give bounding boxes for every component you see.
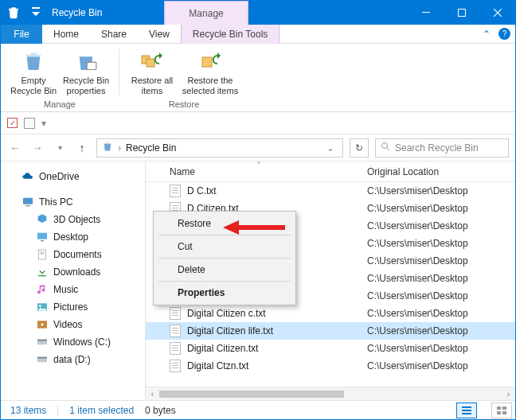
qat-dropdown-2[interactable]: ▾ bbox=[41, 118, 46, 129]
nav-item-3d-objects[interactable]: 3D Objects bbox=[6, 211, 140, 228]
nav-onedrive[interactable]: OneDrive bbox=[6, 168, 140, 185]
folder-icon bbox=[36, 353, 49, 366]
nav-this-pc[interactable]: This PC bbox=[6, 193, 140, 211]
breadcrumb-location[interactable]: Recycle Bin bbox=[126, 142, 176, 154]
file-row[interactable]: Digital Citizen life.txtC:\Users\miser\D… bbox=[146, 322, 515, 340]
file-original-location: C:\Users\miser\Desktop bbox=[367, 343, 515, 354]
svg-point-7 bbox=[382, 143, 388, 149]
restore-selected-label: Restore the selected items bbox=[178, 76, 242, 95]
column-name[interactable]: Name bbox=[170, 166, 367, 177]
file-name: D C.txt bbox=[187, 185, 367, 196]
back-button[interactable]: ← bbox=[7, 142, 23, 154]
select-all-checkbox[interactable]: ✓ bbox=[7, 118, 18, 128]
app-icon bbox=[1, 1, 26, 25]
ribbon-group-manage-label: Manage bbox=[44, 98, 76, 111]
nav-item-pictures[interactable]: Pictures bbox=[6, 298, 140, 316]
svg-rect-0 bbox=[32, 7, 40, 9]
folder-icon bbox=[36, 248, 49, 261]
restore-selected-items-button[interactable]: Restore the selected items bbox=[178, 47, 242, 98]
help-button[interactable]: ? bbox=[498, 28, 510, 40]
tab-view[interactable]: View bbox=[138, 25, 181, 44]
context-cut[interactable]: Cut bbox=[155, 237, 294, 256]
file-row[interactable]: Digital Citizen c.txtC:\Users\miser\Desk… bbox=[146, 305, 515, 322]
large-icons-view-button[interactable] bbox=[491, 402, 512, 418]
address-bar[interactable]: › Recycle Bin ⌄ bbox=[96, 138, 343, 158]
restore-all-label: Restore all items bbox=[126, 76, 178, 95]
navigation-bar: ← → ▾ ↑ › Recycle Bin ⌄ ↻ Search Recycle… bbox=[1, 134, 515, 161]
status-bar: 13 items 1 item selected 0 bytes bbox=[1, 400, 515, 419]
nav-item-documents[interactable]: Documents bbox=[6, 246, 140, 263]
file-row[interactable]: Digital Ctzn.txtC:\Users\miser\Desktop bbox=[146, 357, 515, 375]
file-row[interactable]: Digital Citizen.txtC:\Users\miser\Deskto… bbox=[146, 340, 515, 357]
maximize-button[interactable] bbox=[444, 1, 479, 25]
empty-recycle-bin-button[interactable]: Empty Recycle Bin bbox=[7, 47, 60, 98]
svg-rect-14 bbox=[40, 252, 44, 253]
file-tab[interactable]: File bbox=[1, 25, 42, 44]
svg-rect-5 bbox=[147, 59, 154, 67]
folder-icon bbox=[36, 266, 49, 278]
restore-all-items-button[interactable]: Restore all items bbox=[126, 47, 178, 98]
context-delete[interactable]: Delete bbox=[155, 260, 294, 279]
ribbon-group-restore-label: Restore bbox=[169, 98, 200, 111]
search-icon bbox=[381, 142, 390, 154]
nav-item-downloads[interactable]: Downloads bbox=[6, 263, 140, 281]
scroll-left-arrow[interactable]: ‹ bbox=[146, 390, 159, 399]
scroll-right-arrow[interactable]: › bbox=[502, 390, 515, 399]
history-dropdown[interactable]: ▾ bbox=[52, 143, 68, 152]
recycle-bin-properties-button[interactable]: Recycle Bin properties bbox=[60, 47, 112, 98]
column-original-location[interactable]: Original Location bbox=[367, 166, 515, 177]
context-properties[interactable]: Properties bbox=[155, 283, 294, 302]
forward-button[interactable]: → bbox=[29, 142, 45, 154]
folder-icon bbox=[36, 336, 49, 348]
text-file-icon bbox=[170, 307, 182, 320]
file-original-location: C:\Users\miser\Desktop bbox=[367, 255, 515, 266]
text-file-icon bbox=[170, 185, 182, 197]
qat-dropdown[interactable] bbox=[26, 1, 45, 25]
nav-item-data-d-[interactable]: data (D:) bbox=[6, 351, 140, 368]
svg-rect-10 bbox=[25, 205, 29, 206]
up-button[interactable]: ↑ bbox=[74, 142, 90, 154]
navigation-pane: OneDrive This PC 3D ObjectsDesktopDocume… bbox=[1, 161, 146, 400]
status-size: 0 bytes bbox=[145, 405, 176, 416]
svg-rect-30 bbox=[502, 411, 506, 414]
ribbon-tabstrip: File Home Share View Recycle Bin Tools ⌃… bbox=[1, 25, 515, 44]
status-item-count: 13 items bbox=[10, 405, 46, 416]
file-original-location: C:\Users\miser\Desktop bbox=[367, 290, 515, 301]
properties-label: Recycle Bin properties bbox=[60, 76, 112, 95]
file-original-location: C:\Users\miser\Desktop bbox=[367, 238, 515, 249]
annotation-arrow-icon bbox=[223, 219, 287, 236]
collapse-ribbon-button[interactable]: ⌃ bbox=[478, 29, 495, 40]
minimize-button[interactable] bbox=[408, 1, 444, 25]
close-button[interactable] bbox=[479, 1, 515, 25]
address-dropdown[interactable]: ⌄ bbox=[323, 142, 338, 154]
nav-item-windows-c-[interactable]: Windows (C:) bbox=[6, 333, 140, 351]
folder-icon bbox=[36, 301, 49, 313]
folder-icon bbox=[36, 283, 49, 296]
file-row[interactable]: D C.txtC:\Users\miser\Desktop bbox=[146, 182, 515, 200]
details-view-button[interactable] bbox=[456, 402, 477, 418]
pinned-item-icon[interactable] bbox=[24, 118, 35, 129]
svg-rect-25 bbox=[462, 410, 471, 411]
tab-share[interactable]: Share bbox=[90, 25, 138, 44]
folder-icon bbox=[36, 213, 49, 226]
refresh-button[interactable]: ↻ bbox=[350, 138, 369, 158]
svg-marker-32 bbox=[223, 220, 239, 235]
tab-recycle-bin-tools[interactable]: Recycle Bin Tools bbox=[181, 25, 280, 44]
sort-indicator-icon: ⌃ bbox=[256, 161, 262, 169]
nav-item-music[interactable]: Music bbox=[6, 281, 140, 298]
horizontal-scrollbar[interactable]: ‹ › bbox=[146, 387, 515, 400]
breadcrumb-chevron-icon[interactable]: › bbox=[118, 142, 121, 154]
title-bar: Recycle Bin Manage bbox=[1, 1, 515, 25]
svg-rect-23 bbox=[37, 357, 47, 359]
file-name: Digital Ctzn.txt bbox=[187, 360, 367, 371]
ribbon-group-restore: Restore all items Restore the selected i… bbox=[119, 44, 248, 111]
file-original-location: C:\Users\miser\Desktop bbox=[367, 273, 515, 284]
file-original-location: C:\Users\miser\Desktop bbox=[367, 325, 515, 336]
search-box[interactable]: Search Recycle Bin bbox=[375, 138, 509, 158]
nav-item-desktop[interactable]: Desktop bbox=[6, 228, 140, 246]
svg-rect-12 bbox=[41, 240, 44, 241]
empty-bin-label: Empty Recycle Bin bbox=[7, 76, 60, 95]
tab-home[interactable]: Home bbox=[42, 25, 90, 44]
svg-rect-16 bbox=[38, 275, 45, 276]
nav-item-videos[interactable]: Videos bbox=[6, 316, 140, 333]
